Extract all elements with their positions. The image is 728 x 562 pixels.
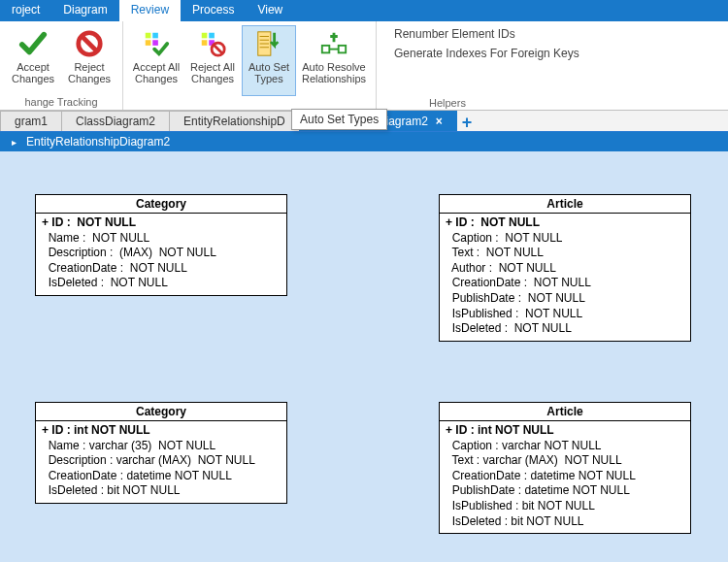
svg-rect-18 xyxy=(339,46,347,53)
accept-all-label: Accept AllChanges xyxy=(133,61,180,84)
entity-category-1[interactable]: Category + ID : NOT NULL Name : NOT NULL… xyxy=(35,194,287,296)
svg-line-11 xyxy=(214,45,222,53)
entity-row: Author : NOT NULL xyxy=(446,261,684,277)
entity-row: IsPublished : bit NOT NULL xyxy=(446,499,684,514)
entity-row: IsDeleted : NOT NULL xyxy=(446,321,684,337)
svg-rect-17 xyxy=(322,46,330,53)
entity-title: Article xyxy=(440,195,690,214)
menu-tab-review[interactable]: Review xyxy=(119,0,181,21)
svg-rect-8 xyxy=(202,40,208,46)
empty-group-label xyxy=(129,96,370,109)
doc-tab-2[interactable]: EntityRelationshipD xyxy=(169,111,300,131)
entity-row: + ID : NOT NULL xyxy=(42,215,281,231)
helpers-group: Renumber Element IDs Generate Indexes Fo… xyxy=(377,21,593,110)
menu-tab-process[interactable]: Process xyxy=(181,0,246,21)
ribbon: AcceptChanges RejectChanges hange Tracki… xyxy=(0,21,728,111)
auto-resolve-label: Auto ResolveRelationships xyxy=(302,61,366,84)
accept-icon xyxy=(17,28,49,59)
breadcrumb-text[interactable]: EntityRelationshipDiagram2 xyxy=(26,135,170,149)
accept-changes-button[interactable]: AcceptChanges xyxy=(6,25,60,96)
svg-rect-2 xyxy=(146,33,151,39)
entity-row: CreationDate : datetime NOT NULL xyxy=(42,469,281,484)
svg-rect-7 xyxy=(209,33,215,39)
entity-row: Text : varchar (MAX) NOT NULL xyxy=(446,453,684,469)
auto-set-types-button[interactable]: Auto SetTypes xyxy=(242,25,296,96)
accept-all-changes-button[interactable]: Accept AllChanges xyxy=(129,25,183,96)
entity-row: CreationDate : NOT NULL xyxy=(42,261,281,277)
entity-title: Category xyxy=(36,403,286,421)
entity-row: PublishDate : NOT NULL xyxy=(446,291,684,307)
menu-tab-project[interactable]: roject xyxy=(0,0,51,21)
breadcrumb: ▸ EntityRelationshipDiagram2 xyxy=(0,132,728,151)
entity-row: Caption : varchar NOT NULL xyxy=(446,439,684,454)
reject-all-icon xyxy=(197,28,228,59)
menu-tab-view[interactable]: View xyxy=(246,0,294,21)
entity-row: IsDeleted : bit NOT NULL xyxy=(42,483,281,499)
entity-row: Description : (MAX) NOT NULL xyxy=(42,246,281,261)
doc-tab-1[interactable]: ClassDiagram2 xyxy=(61,111,170,131)
entity-body: + ID : NOT NULL Caption : NOT NULL Text … xyxy=(440,214,690,341)
accept-changes-label: AcceptChanges xyxy=(12,61,54,84)
entity-body: + ID : int NOT NULL Caption : varchar NO… xyxy=(440,421,690,533)
entity-row: Description : varchar (MAX) NOT NULL xyxy=(42,453,281,469)
entity-row: Name : varchar (35) NOT NULL xyxy=(42,439,281,454)
entity-row: Name : NOT NULL xyxy=(42,231,281,247)
entity-row: CreationDate : NOT NULL xyxy=(446,276,684,291)
entity-title: Category xyxy=(36,195,286,214)
renumber-element-ids-link[interactable]: Renumber Element IDs xyxy=(394,27,579,41)
entity-row: IsDeleted : bit NOT NULL xyxy=(446,514,684,530)
reject-changes-label: RejectChanges xyxy=(68,61,111,84)
svg-rect-4 xyxy=(146,40,151,46)
main-menu: roject Diagram Review Process View xyxy=(0,0,728,21)
entity-row: + ID : NOT NULL xyxy=(446,215,684,231)
reject-changes-button[interactable]: RejectChanges xyxy=(62,25,116,96)
doc-tab-0[interactable]: gram1 xyxy=(0,111,62,131)
auto-set-types-icon xyxy=(253,28,284,59)
entity-row: CreationDate : datetime NOT NULL xyxy=(446,469,684,484)
entity-article-2[interactable]: Article + ID : int NOT NULL Caption : va… xyxy=(439,402,691,534)
menu-tab-diagram[interactable]: Diagram xyxy=(51,0,118,21)
entity-row: PublishDate : datetime NOT NULL xyxy=(446,483,684,499)
reject-all-changes-button[interactable]: Reject AllChanges xyxy=(185,25,240,96)
entity-body: + ID : NOT NULL Name : NOT NULL Descript… xyxy=(36,214,286,295)
close-tab-icon[interactable]: × xyxy=(436,115,443,128)
entity-article-1[interactable]: Article + ID : NOT NULL Caption : NOT NU… xyxy=(439,194,691,342)
change-tracking-group-label: hange Tracking xyxy=(6,96,116,109)
entity-row: Caption : NOT NULL xyxy=(446,231,684,247)
entity-row: + ID : int NOT NULL xyxy=(42,423,281,439)
entity-row: IsPublished : NOT NULL xyxy=(446,307,684,322)
breadcrumb-marker: ▸ xyxy=(12,137,17,148)
diagram-canvas[interactable]: Category + ID : NOT NULL Name : NOT NULL… xyxy=(0,151,728,562)
svg-rect-3 xyxy=(152,33,158,39)
entity-category-2[interactable]: Category + ID : int NOT NULL Name : varc… xyxy=(35,402,287,504)
reject-all-label: Reject AllChanges xyxy=(190,61,235,84)
auto-resolve-relationships-button[interactable]: Auto ResolveRelationships xyxy=(298,25,370,96)
add-tab-button[interactable]: + xyxy=(456,114,479,131)
reject-icon xyxy=(74,28,105,59)
auto-set-types-tooltip: Auto Set Types xyxy=(291,109,387,130)
svg-rect-5 xyxy=(152,40,158,46)
generate-indexes-link[interactable]: Generate Indexes For Foreign Keys xyxy=(394,47,579,60)
entity-row: IsDeleted : NOT NULL xyxy=(42,276,281,291)
helpers-group-label: Helpers xyxy=(429,97,579,109)
auto-set-types-label: Auto SetTypes xyxy=(248,61,289,84)
auto-resolve-icon xyxy=(318,28,349,59)
svg-line-1 xyxy=(83,37,97,51)
accept-all-icon xyxy=(141,28,172,59)
entity-title: Article xyxy=(440,403,690,421)
svg-rect-6 xyxy=(202,33,208,39)
entity-row: + ID : int NOT NULL xyxy=(446,423,684,439)
entity-row: Text : NOT NULL xyxy=(446,246,684,261)
entity-body: + ID : int NOT NULL Name : varchar (35) … xyxy=(36,421,286,503)
